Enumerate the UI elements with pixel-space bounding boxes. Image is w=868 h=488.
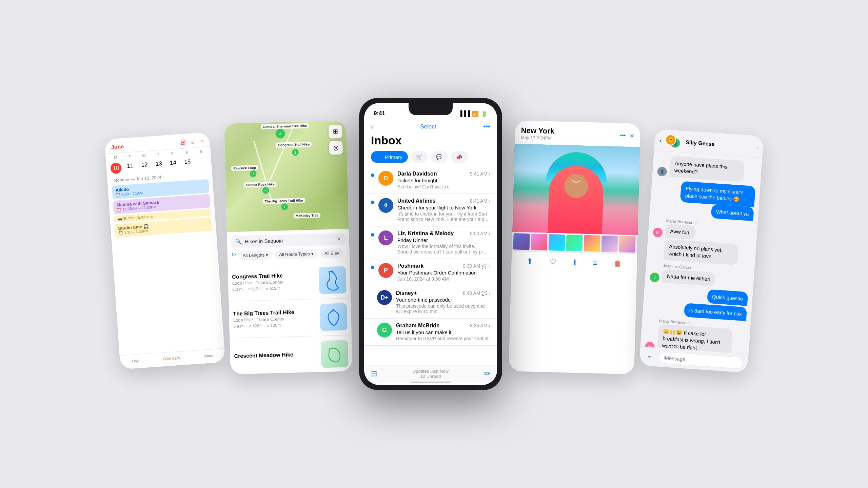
photo-thumb-4[interactable] [566, 235, 583, 251]
photo-thumb-1[interactable] [513, 233, 530, 250]
mail-more-button[interactable]: ••• [483, 123, 490, 130]
maps-trail-1[interactable]: Congress Trail Hike Loop Hike · Tulare C… [228, 261, 351, 301]
calendar-today[interactable]: 10 [110, 162, 122, 174]
mail-tab-updates[interactable]: 📣 [451, 151, 468, 163]
photo-thumb-8[interactable] [636, 237, 637, 253]
calendar-nav-inbox[interactable]: Inbox [203, 353, 213, 358]
map-label-sherman: General Sherman Tree Hike [261, 123, 309, 129]
mail-avatar-united: ✈ [378, 198, 393, 213]
contact-heart-button[interactable]: ♡ [550, 258, 557, 267]
phone-screen: 9:41 ▐▐▐ 📶 🔋 ‹ Select ••• Inbox [364, 103, 497, 385]
imessage-back-button[interactable]: ‹ [659, 136, 662, 145]
photo-thumb-5[interactable] [584, 235, 600, 252]
mail-item-united[interactable]: ✈ United Airlines 8:41 AM › Check in for… [364, 194, 497, 226]
mail-avatar-poshmark: P [378, 263, 393, 278]
trail-1-svg [320, 268, 345, 292]
imessage-bubble-6: Nada for me either! [662, 269, 716, 286]
wifi-icon: 📶 [472, 110, 479, 117]
maps-search-input[interactable]: Hikes in Sequoia [245, 236, 334, 244]
photo-thumb-2[interactable] [531, 234, 547, 250]
phone-notch [409, 103, 453, 115]
calendar-nav-day[interactable]: Day [132, 359, 139, 363]
photo-thumb-3[interactable] [548, 234, 565, 251]
maps-trail-2-info: The Big Trees Trail Hike Loop Hike · Tul… [233, 308, 316, 328]
map-pin-rimrock[interactable]: ● [250, 170, 257, 177]
map-label-sunset: Sunset Rock Hike [244, 182, 277, 188]
map-pin-bigtrees[interactable]: ● [281, 203, 288, 210]
maps-filter-length[interactable]: All Lengths ▾ [238, 250, 272, 260]
maps-filter-route[interactable]: All Route Types ▾ [275, 249, 318, 259]
mail-select-button[interactable]: Select [420, 123, 436, 130]
photo-thumb-7[interactable] [619, 236, 635, 252]
contact-date: May 17 2:34PM [521, 135, 554, 141]
map-location-button[interactable]: ◎ [329, 141, 343, 155]
imessage-group-name: Silly Geese [686, 139, 754, 150]
imessage-input-field[interactable] [658, 351, 744, 369]
maps-trail-3-name: Crescent Meadow Hike [234, 351, 317, 359]
imessage-bubble-5: Absolutely no plans yet, which I kind of… [663, 239, 739, 265]
contact-more-button[interactable]: ••• [620, 132, 626, 139]
contact-delete-button[interactable]: 🗑 [614, 259, 622, 268]
mail-back-button[interactable]: ‹ [371, 123, 373, 130]
calendar-bottom-nav: Day Calendars Inbox [120, 348, 225, 369]
maps-filter-icon[interactable]: ⊙ [232, 251, 236, 260]
unread-dot [371, 266, 374, 269]
unread-dot [371, 174, 374, 177]
contact-close-button[interactable]: ✕ [630, 133, 634, 139]
calendar-nav-calendars[interactable]: Calendars [162, 356, 180, 361]
calendar-title: June [111, 144, 124, 151]
imessage-plus-button[interactable]: + [644, 351, 655, 363]
map-pin-sunset[interactable]: ● [262, 187, 270, 194]
imessage-msg-maria-1: Maria Benavente M Aww fun! Absolutely no… [651, 218, 753, 266]
imessage-avatar-jasmine: J [650, 272, 660, 283]
maps-trail-2-stats: 0.8 mi · ↗ 126 ft · ↘ 126 ft [233, 322, 316, 328]
maps-filter-elev[interactable]: All Elev [320, 248, 343, 258]
photo-background [512, 144, 640, 235]
mail-tab-social[interactable]: 💬 [431, 151, 448, 163]
maps-trail-2-thumbnail [320, 303, 348, 331]
calendar-add-icon[interactable]: + [200, 137, 204, 145]
scene: June ⊞ ⌕ + M T W T F S S 10 11 [0, 0, 868, 488]
mail-list: D Darla Davidson 9:41 AM › Tickets for t… [364, 167, 497, 365]
map-background[interactable]: 2 2 ● ● ● General Sherman Tree Hike Cong… [224, 120, 349, 232]
maps-trail-3[interactable]: Crescent Meadow Hike [230, 335, 353, 374]
mail-updated-text: Updated Just Now [413, 369, 449, 374]
contact-info-button[interactable]: ℹ [573, 258, 576, 267]
map-pin-1[interactable]: 2 [275, 129, 285, 139]
map-layer-button[interactable]: ⊞ [329, 125, 342, 139]
maps-trail-1-info: Congress Trail Hike Loop Hike · Tulare C… [232, 271, 315, 291]
mail-unread-count: 12 Unread [413, 374, 449, 379]
contact-share-button[interactable]: ⬆ [527, 257, 533, 266]
maps-panel: 2 2 ● ● ● General Sherman Tree Hike Cong… [224, 120, 353, 374]
imessage-avatar-sender1: 👤 [657, 166, 667, 177]
mail-item-disney[interactable]: D+ Disney+ 8:40 AM 💬 › Your one-time pas… [364, 286, 497, 319]
mail-item-poshmark[interactable]: P Poshmark 9:30 AM 🛒 › Your Poshmark Ord… [364, 259, 497, 286]
mail-avatar-disney: D+ [377, 290, 392, 305]
maps-search-bar: 🔍 Hikes in Sequoia ✕ [231, 233, 345, 248]
maps-trail-3-info: Crescent Meadow Hike [234, 351, 317, 360]
contact-edit-button[interactable]: ≡ [593, 259, 598, 267]
mail-item-graham[interactable]: G Graham McBride 8:35 AM › Tell us if yo… [364, 319, 497, 346]
maps-trail-2[interactable]: The Big Trees Trail Hike Loop Hike · Tul… [229, 298, 352, 338]
imessage-bubble-1: Anyone have plans this weekend? [669, 156, 745, 182]
imessage-panel: ‹ 😊 👤 Silly Geese › 👤 Anyone have plans … [639, 129, 764, 373]
mail-compose-button[interactable]: ✏ [484, 369, 490, 378]
mail-item-liz[interactable]: L Liz, Kristina & Melody 8:50 AM › Frida… [364, 226, 497, 259]
imessage-msg-2: Flying down to my sister's place see the… [654, 179, 755, 221]
maps-search-area: 🔍 Hikes in Sequoia ✕ ⊙ All Lengths ▾ All… [227, 229, 350, 264]
contact-photo[interactable] [512, 144, 640, 235]
maps-clear-icon[interactable]: ✕ [336, 236, 341, 242]
map-controls: ⊞ ◎ [329, 125, 343, 155]
photo-thumb-6[interactable] [601, 236, 618, 252]
mail-content-darla: Darla Davidson 9:41 AM › Tickets for ton… [397, 171, 490, 189]
mail-filter-icon[interactable]: ⊟ [371, 369, 377, 378]
imessage-msg-jasmine-1: Jasmine Garcia J Nada for me either! [650, 263, 750, 289]
mail-tab-shopping[interactable]: 🛒 [411, 151, 428, 163]
mail-content-united: United Airlines 8:41 AM › Check in for y… [397, 198, 490, 222]
status-icons: ▐▐▐ 📶 🔋 [458, 110, 488, 117]
mail-item-darla[interactable]: D Darla Davidson 9:41 AM › Tickets for t… [364, 167, 497, 194]
mail-tab-primary[interactable]: 👤 Primary [371, 151, 408, 163]
calendar-search-icon[interactable]: ⌕ [191, 138, 195, 146]
map-pin-2[interactable]: 2 [292, 149, 299, 156]
calendar-grid-icon[interactable]: ⊞ [180, 139, 186, 146]
